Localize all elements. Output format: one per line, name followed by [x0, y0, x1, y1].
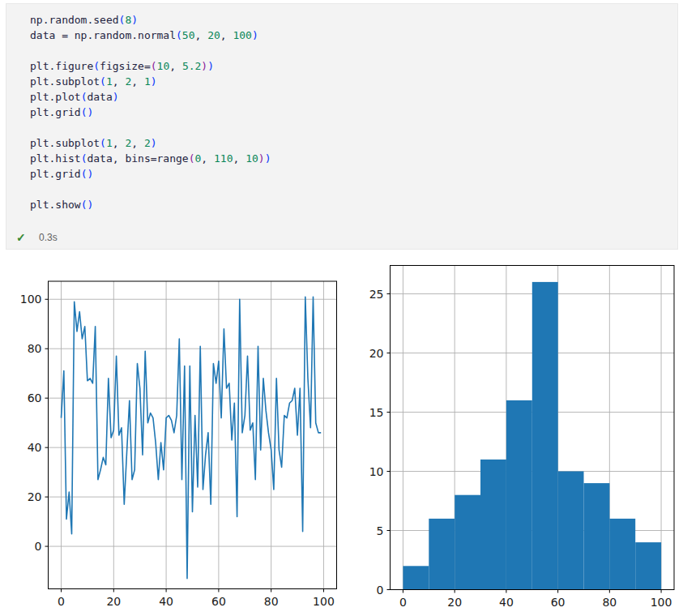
execution-time: 0.3s	[39, 232, 58, 243]
y-tick-label: 15	[369, 406, 384, 419]
notebook-code-cell: np.random.seed(8)data = np.random.normal…	[6, 3, 678, 250]
code-line: plt.figure(figsize=(10, 5.2))	[30, 58, 671, 74]
hist-bar	[584, 483, 610, 589]
line-series	[62, 297, 322, 579]
hist-bar	[480, 460, 506, 590]
code-line: plt.show()	[30, 197, 671, 212]
y-tick-label: 0	[35, 540, 42, 553]
code-line: plt.plot(data)	[30, 89, 671, 105]
figure-svg: 0204060801000204060801000204060801000510…	[0, 250, 683, 616]
hist-bar	[635, 542, 661, 589]
code-line	[30, 120, 671, 135]
y-tick-label: 60	[28, 391, 42, 404]
y-tick-label: 80	[28, 342, 42, 355]
x-tick-label: 60	[551, 596, 566, 609]
hist-bar	[558, 472, 584, 590]
code-line	[30, 182, 671, 197]
x-tick-label: 40	[499, 596, 514, 609]
y-tick-label: 100	[20, 293, 42, 306]
code-line: plt.grid()	[30, 166, 671, 182]
y-tick-label: 20	[369, 347, 384, 360]
histogram-subplot: 0204060801000510152025	[369, 266, 674, 609]
x-tick-label: 40	[159, 595, 173, 608]
code-line: data = np.random.normal(50, 20, 100)	[30, 28, 671, 43]
y-tick-label: 25	[369, 288, 384, 301]
hist-bar	[455, 495, 480, 590]
hist-bar	[532, 282, 558, 590]
success-check-icon: ✓	[16, 231, 31, 244]
x-tick-label: 0	[58, 595, 65, 608]
code-line: plt.grid()	[30, 105, 671, 120]
code-line: plt.subplot(1, 2, 1)	[30, 74, 671, 89]
y-tick-label: 0	[377, 584, 384, 597]
code-line	[30, 43, 671, 58]
y-tick-label: 10	[369, 465, 384, 478]
x-tick-label: 80	[602, 596, 617, 609]
matplotlib-figure-output: 0204060801000204060801000204060801000510…	[0, 250, 683, 616]
x-tick-label: 100	[651, 596, 672, 609]
hist-bar	[429, 519, 455, 590]
x-tick-label: 60	[211, 595, 226, 608]
y-tick-label: 5	[377, 524, 384, 537]
y-tick-label: 20	[28, 490, 42, 503]
hist-bar	[506, 400, 532, 590]
code-editor[interactable]: np.random.seed(8)data = np.random.normal…	[30, 12, 671, 212]
x-tick-label: 100	[313, 595, 335, 608]
x-tick-label: 80	[264, 595, 279, 608]
x-tick-label: 0	[399, 596, 407, 609]
code-line: plt.subplot(1, 2, 2)	[30, 135, 671, 151]
code-line: plt.hist(data, bins=range(0, 110, 10))	[30, 151, 671, 166]
x-tick-label: 20	[447, 596, 462, 609]
hist-bar	[609, 519, 635, 590]
x-tick-label: 20	[106, 595, 121, 608]
y-tick-label: 40	[28, 441, 42, 454]
cell-status-bar: ✓ 0.3s	[16, 229, 58, 246]
hist-bar	[403, 566, 429, 589]
line-subplot: 020406080100020406080100	[20, 281, 337, 608]
code-line: np.random.seed(8)	[30, 12, 671, 28]
